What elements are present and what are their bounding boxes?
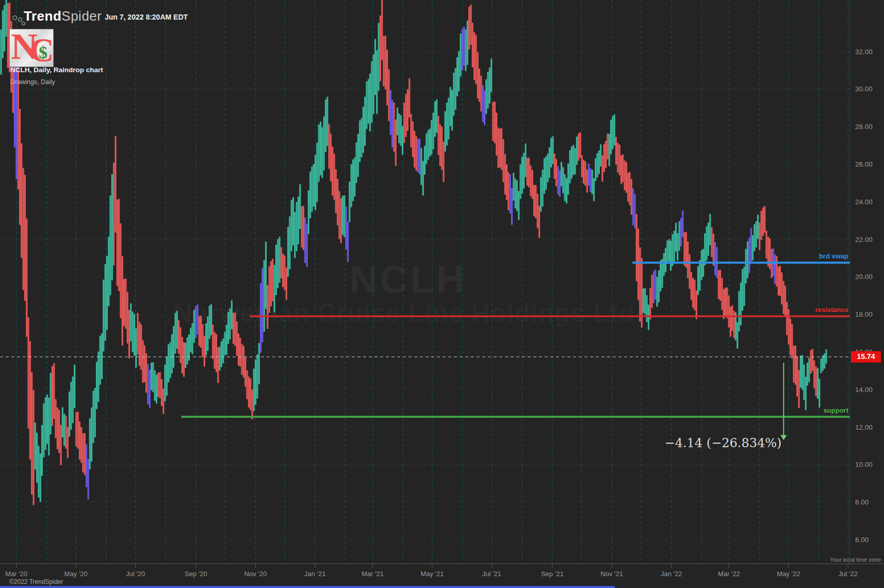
raindrop[interactable]	[273, 265, 275, 313]
raindrop[interactable]	[87, 459, 89, 500]
raindrop[interactable]	[424, 145, 425, 174]
raindrop[interactable]	[287, 227, 289, 277]
raindrop[interactable]	[149, 369, 151, 407]
raindrop[interactable]	[315, 155, 316, 210]
raindrop[interactable]	[803, 364, 805, 400]
raindrop[interactable]	[419, 139, 420, 175]
month-axis-label[interactable]: May '21	[420, 570, 444, 578]
raindrop[interactable]	[60, 424, 61, 465]
raindrop[interactable]	[492, 102, 494, 141]
raindrop[interactable]	[812, 349, 813, 371]
raindrop[interactable]	[463, 27, 465, 66]
raindrop[interactable]	[609, 134, 610, 166]
raindrop[interactable]	[824, 353, 825, 369]
raindrop[interactable]	[147, 364, 149, 404]
raindrop[interactable]	[593, 178, 595, 201]
raindrop[interactable]	[120, 223, 121, 318]
raindrop[interactable]	[663, 253, 665, 276]
raindrop[interactable]	[677, 233, 678, 260]
raindrop[interactable]	[453, 73, 454, 116]
raindrop[interactable]	[272, 258, 273, 301]
raindrop[interactable]	[130, 303, 132, 341]
raindrop[interactable]	[371, 61, 372, 123]
price-axis-label[interactable]: 32.00	[855, 48, 873, 56]
raindrop[interactable]	[398, 113, 400, 143]
raindrop[interactable]	[530, 166, 531, 197]
raindrop[interactable]	[719, 270, 721, 301]
raindrop[interactable]	[67, 427, 69, 459]
raindrop[interactable]	[538, 205, 540, 238]
raindrop[interactable]	[376, 50, 378, 114]
raindrop[interactable]	[217, 347, 219, 383]
raindrop[interactable]	[176, 311, 178, 349]
raindrop[interactable]	[711, 227, 712, 257]
price-axis-label[interactable]: 24.00	[855, 198, 873, 206]
raindrop[interactable]	[515, 178, 516, 208]
raindrop[interactable]	[644, 288, 646, 315]
raindrop[interactable]	[441, 126, 443, 170]
raindrop[interactable]	[600, 144, 601, 167]
raindrop[interactable]	[425, 133, 427, 164]
raindrop[interactable]	[114, 136, 116, 233]
raindrop[interactable]	[72, 377, 74, 423]
raindrop[interactable]	[561, 162, 562, 187]
raindrop[interactable]	[304, 217, 306, 263]
raindrop[interactable]	[366, 81, 367, 129]
raindrop[interactable]	[523, 153, 525, 189]
raindrop[interactable]	[691, 272, 692, 300]
raindrop[interactable]	[462, 29, 463, 71]
raindrop[interactable]	[132, 312, 134, 352]
raindrop[interactable]	[241, 344, 243, 375]
raindrop[interactable]	[151, 362, 152, 390]
raindrop[interactable]	[672, 234, 673, 266]
raindrop[interactable]	[511, 188, 513, 225]
raindrop[interactable]	[156, 374, 157, 403]
raindrop[interactable]	[106, 256, 108, 330]
raindrop[interactable]	[325, 99, 326, 152]
raindrop[interactable]	[433, 112, 434, 150]
raindrop[interactable]	[323, 116, 325, 171]
raindrop[interactable]	[579, 132, 581, 158]
raindrop[interactable]	[100, 336, 101, 385]
month-axis-label[interactable]: Mar '22	[718, 570, 740, 578]
raindrop[interactable]	[460, 34, 462, 77]
raindrop[interactable]	[326, 96, 328, 146]
price-axis-label[interactable]: 6.00	[855, 536, 869, 544]
raindrop[interactable]	[173, 326, 174, 368]
raindrop[interactable]	[639, 247, 641, 321]
raindrop[interactable]	[728, 296, 730, 328]
raindrop[interactable]	[174, 313, 176, 353]
raindrop[interactable]	[748, 237, 750, 273]
raindrop[interactable]	[750, 228, 752, 262]
raindrop[interactable]	[627, 173, 629, 202]
raindrop[interactable]	[205, 323, 207, 355]
raindrop[interactable]	[292, 197, 294, 246]
raindrop[interactable]	[581, 155, 583, 177]
price-axis-label[interactable]: 28.00	[855, 123, 873, 130]
raindrop[interactable]	[740, 282, 742, 325]
raindrop[interactable]	[226, 324, 227, 355]
raindrop[interactable]	[395, 120, 397, 166]
raindrop[interactable]	[718, 270, 719, 299]
raindrop[interactable]	[692, 278, 694, 308]
raindrop[interactable]	[443, 141, 444, 182]
raindrop[interactable]	[202, 324, 203, 357]
raindrop[interactable]	[660, 260, 661, 292]
raindrop[interactable]	[7, 3, 9, 69]
raindrop[interactable]	[674, 231, 675, 262]
raindrop[interactable]	[363, 106, 364, 153]
month-axis-label[interactable]: Jan '21	[304, 570, 326, 578]
raindrop[interactable]	[4, 5, 5, 52]
raindrop[interactable]	[761, 210, 762, 240]
raindrop[interactable]	[496, 112, 497, 156]
raindrop[interactable]	[473, 32, 475, 80]
raindrop[interactable]	[222, 338, 224, 364]
raindrop[interactable]	[277, 239, 279, 288]
raindrop[interactable]	[154, 370, 156, 401]
bottom-scrollbar[interactable]	[0, 586, 615, 588]
raindrop[interactable]	[472, 23, 473, 68]
raindrop[interactable]	[765, 231, 767, 259]
raindrop[interactable]	[36, 432, 38, 483]
support-label[interactable]: support	[824, 406, 849, 414]
raindrop[interactable]	[506, 164, 508, 200]
